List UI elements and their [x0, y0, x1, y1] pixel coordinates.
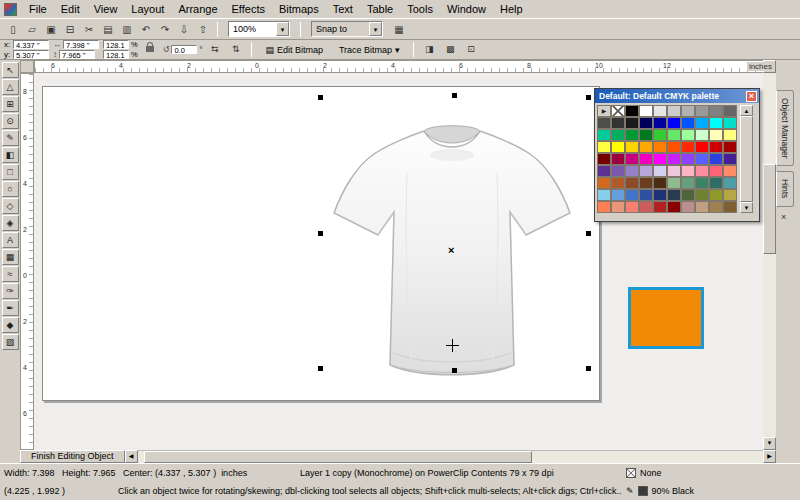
color-swatch[interactable]: [653, 105, 667, 117]
color-swatch[interactable]: [667, 129, 681, 141]
color-swatch[interactable]: [625, 129, 639, 141]
color-swatch[interactable]: [653, 201, 667, 213]
menu-text[interactable]: Text: [326, 1, 360, 17]
shape-tool[interactable]: △: [2, 79, 19, 95]
color-swatch[interactable]: [709, 177, 723, 189]
color-swatch[interactable]: [653, 129, 667, 141]
color-swatch[interactable]: [653, 153, 667, 165]
docker-tab-hints[interactable]: Hints: [776, 171, 794, 206]
selection-handle[interactable]: [452, 93, 457, 98]
resample-bitmap-icon[interactable]: ⊡: [463, 41, 480, 58]
color-swatch[interactable]: [611, 201, 625, 213]
color-swatch[interactable]: [695, 177, 709, 189]
color-swatch[interactable]: [611, 177, 625, 189]
cut-icon[interactable]: ✂: [80, 21, 98, 38]
table-tool[interactable]: ▦: [2, 249, 19, 265]
scale-x-field[interactable]: 128.1: [103, 40, 129, 49]
undo-icon[interactable]: ↶: [137, 21, 155, 38]
horizontal-scrollbar[interactable]: [138, 450, 763, 463]
selection-handle[interactable]: [318, 231, 323, 236]
color-swatch[interactable]: [653, 141, 667, 153]
color-swatch[interactable]: [611, 189, 625, 201]
color-swatch[interactable]: [611, 141, 625, 153]
color-swatch[interactable]: [625, 153, 639, 165]
y-position-field[interactable]: 5.307 ": [13, 50, 49, 59]
color-swatch[interactable]: [597, 189, 611, 201]
color-swatch[interactable]: [653, 165, 667, 177]
color-swatch[interactable]: [723, 141, 737, 153]
save-icon[interactable]: ▣: [42, 21, 60, 38]
color-swatch[interactable]: [639, 189, 653, 201]
new-document-icon[interactable]: ▯: [4, 21, 22, 38]
color-swatch[interactable]: [611, 165, 625, 177]
polygon-tool[interactable]: ◇: [2, 198, 19, 214]
selection-handle[interactable]: [318, 95, 323, 100]
color-swatch[interactable]: [681, 201, 695, 213]
color-swatch[interactable]: [681, 189, 695, 201]
color-swatch[interactable]: [625, 141, 639, 153]
color-swatch[interactable]: [653, 177, 667, 189]
color-swatch[interactable]: [681, 129, 695, 141]
scroll-down-icon[interactable]: ▼: [740, 202, 753, 213]
paste-icon[interactable]: ▥: [118, 21, 136, 38]
docker-tab-object-manager[interactable]: Object Manager: [776, 90, 794, 166]
vertical-scrollbar[interactable]: ▲ ▼: [763, 60, 776, 450]
color-swatch[interactable]: [709, 153, 723, 165]
menu-help[interactable]: Help: [493, 1, 530, 17]
color-swatch[interactable]: [639, 201, 653, 213]
chevron-down-icon[interactable]: ▾: [276, 22, 289, 36]
zoom-level-combo[interactable]: 100% ▾: [228, 21, 290, 37]
selection-handle[interactable]: [586, 231, 591, 236]
rectangle-tool[interactable]: □: [2, 164, 19, 180]
color-swatch[interactable]: [709, 189, 723, 201]
color-swatch[interactable]: [695, 105, 709, 117]
color-swatch[interactable]: [653, 117, 667, 129]
color-swatch[interactable]: [723, 117, 737, 129]
color-swatch[interactable]: [667, 105, 681, 117]
scroll-left-icon[interactable]: ◀: [125, 450, 138, 463]
color-swatch[interactable]: [681, 177, 695, 189]
color-swatch[interactable]: [681, 105, 695, 117]
color-swatch[interactable]: [639, 177, 653, 189]
color-swatch[interactable]: [667, 141, 681, 153]
color-swatch[interactable]: [625, 117, 639, 129]
color-swatch[interactable]: [709, 117, 723, 129]
ruler-origin-corner[interactable]: [20, 60, 34, 73]
color-swatch[interactable]: [667, 165, 681, 177]
color-swatch[interactable]: [723, 129, 737, 141]
open-icon[interactable]: ▱: [23, 21, 41, 38]
color-swatch[interactable]: [597, 141, 611, 153]
color-swatch[interactable]: [723, 165, 737, 177]
color-swatch[interactable]: [681, 141, 695, 153]
color-swatch[interactable]: [639, 153, 653, 165]
scale-y-field[interactable]: 128.1: [103, 50, 129, 59]
lock-ratio-button[interactable]: [142, 41, 159, 58]
export-icon[interactable]: ⇧: [194, 21, 212, 38]
color-swatch[interactable]: [611, 117, 625, 129]
color-swatch[interactable]: [709, 165, 723, 177]
color-swatch[interactable]: [639, 117, 653, 129]
import-icon[interactable]: ⇩: [175, 21, 193, 38]
freehand-tool[interactable]: ✎: [2, 130, 19, 146]
color-swatch[interactable]: [597, 129, 611, 141]
color-swatch[interactable]: [681, 165, 695, 177]
redo-icon[interactable]: ↷: [156, 21, 174, 38]
color-swatch[interactable]: [709, 201, 723, 213]
snap-to-combo[interactable]: Snap to ▾: [311, 21, 383, 37]
menu-window[interactable]: Window: [440, 1, 493, 17]
fill-tool[interactable]: ◆: [2, 317, 19, 333]
scroll-down-icon[interactable]: ▼: [763, 437, 776, 450]
interactive-blend-tool[interactable]: ≈: [2, 266, 19, 282]
crop-tool[interactable]: ⊞: [2, 96, 19, 112]
selection-handle[interactable]: [452, 368, 457, 373]
trace-bitmap-button[interactable]: Trace Bitmap ▾: [333, 41, 406, 58]
orange-rectangle[interactable]: [628, 287, 704, 349]
object-width-field[interactable]: 7.398 ": [63, 40, 99, 49]
color-swatch[interactable]: [597, 117, 611, 129]
mirror-vertical-button[interactable]: ⇅: [227, 41, 244, 58]
color-swatch[interactable]: [723, 189, 737, 201]
options-icon[interactable]: ▦: [390, 21, 408, 38]
color-swatch[interactable]: [653, 189, 667, 201]
color-swatch[interactable]: [695, 117, 709, 129]
color-swatch[interactable]: [667, 201, 681, 213]
